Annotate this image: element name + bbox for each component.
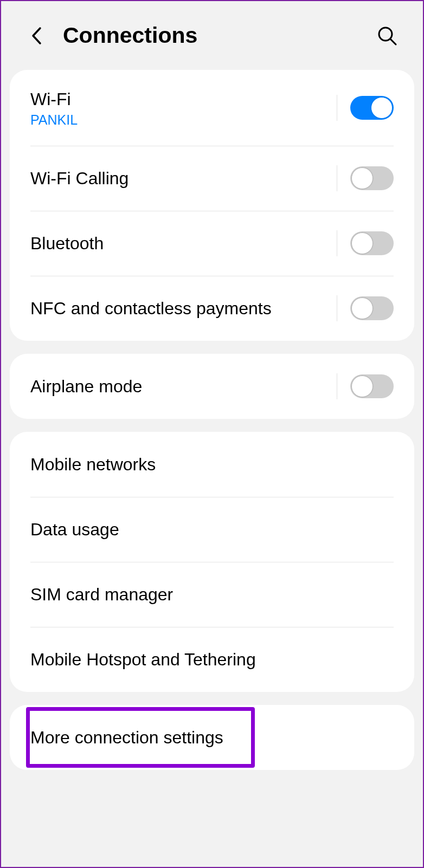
- nfc-row[interactable]: NFC and contactless payments: [10, 276, 414, 341]
- mobile-networks-label: Mobile networks: [30, 454, 394, 475]
- sim-card-manager-row[interactable]: SIM card manager: [10, 562, 414, 627]
- nfc-toggle[interactable]: [350, 296, 394, 320]
- search-icon: [377, 25, 397, 46]
- page-title: Connections: [63, 23, 375, 48]
- data-usage-label: Data usage: [30, 519, 394, 540]
- wifi-calling-toggle[interactable]: [350, 166, 394, 190]
- mobile-networks-row[interactable]: Mobile networks: [10, 432, 414, 497]
- bluetooth-toggle[interactable]: [350, 231, 394, 255]
- divider: [337, 295, 337, 321]
- connections-group-3: Mobile networks Data usage SIM card mana…: [10, 432, 414, 692]
- more-connection-settings-label: More connection settings: [30, 727, 394, 748]
- bluetooth-row[interactable]: Bluetooth: [10, 211, 414, 276]
- search-button[interactable]: [375, 24, 399, 48]
- wifi-network: PANKIL: [30, 112, 330, 128]
- divider: [337, 95, 337, 121]
- connections-group-1: Wi-Fi PANKIL Wi-Fi Calling Bluetooth NFC…: [10, 70, 414, 341]
- wifi-calling-row[interactable]: Wi-Fi Calling: [10, 146, 414, 211]
- wifi-row[interactable]: Wi-Fi PANKIL: [10, 70, 414, 146]
- header: Connections: [1, 1, 423, 70]
- sim-card-manager-label: SIM card manager: [30, 584, 394, 605]
- more-connection-settings-row[interactable]: More connection settings: [10, 705, 414, 770]
- wifi-label: Wi-Fi: [30, 88, 330, 110]
- connections-group-4: More connection settings: [10, 705, 414, 770]
- wifi-toggle[interactable]: [350, 96, 394, 120]
- data-usage-row[interactable]: Data usage: [10, 497, 414, 562]
- airplane-mode-label: Airplane mode: [30, 375, 330, 397]
- back-button[interactable]: [29, 25, 43, 47]
- mobile-hotspot-row[interactable]: Mobile Hotspot and Tethering: [10, 627, 414, 692]
- nfc-label: NFC and contactless payments: [30, 297, 330, 319]
- bluetooth-label: Bluetooth: [30, 232, 330, 254]
- mobile-hotspot-label: Mobile Hotspot and Tethering: [30, 649, 394, 670]
- connections-group-2: Airplane mode: [10, 354, 414, 419]
- svg-line-1: [390, 39, 396, 44]
- divider: [337, 165, 337, 191]
- airplane-mode-toggle[interactable]: [350, 374, 394, 398]
- airplane-mode-row[interactable]: Airplane mode: [10, 354, 414, 419]
- wifi-text: Wi-Fi PANKIL: [30, 88, 330, 128]
- divider: [337, 230, 337, 256]
- divider: [337, 373, 337, 399]
- chevron-left-icon: [31, 27, 42, 45]
- wifi-calling-label: Wi-Fi Calling: [30, 167, 330, 189]
- more-connection-highlight-wrap: More connection settings: [10, 705, 414, 770]
